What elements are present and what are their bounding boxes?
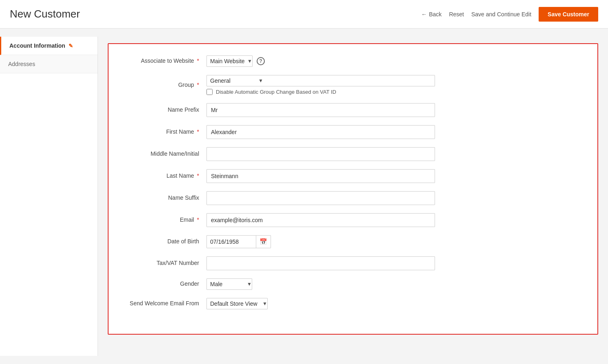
name-prefix-label: Name Prefix [125,106,206,114]
first-name-field [206,125,435,139]
required-star: * [195,82,199,88]
save-customer-button[interactable]: Save Customer [539,7,598,22]
send-welcome-email-select-wrapper: Default Store View Main Website Store ▼ [206,298,268,309]
group-select-wrapper: General Wholesale Retailer NOT LOGGED IN… [206,75,435,86]
dob-label: Date of Birth [125,238,206,246]
send-welcome-email-field: Default Store View Main Website Store ▼ [206,298,435,309]
help-icon[interactable]: ? [257,57,265,65]
associate-website-select[interactable]: Main Website Admin [207,56,253,66]
name-suffix-label: Name Suffix [125,194,206,202]
last-name-field [206,169,435,183]
disable-vat-label: Disable Automatic Group Change Based on … [216,89,336,95]
gender-field: Male Female Not Specified ▼ [206,278,435,290]
reset-button[interactable]: Reset [449,11,464,18]
group-select[interactable]: General Wholesale Retailer NOT LOGGED IN [207,75,267,86]
back-arrow-icon: ← [421,11,427,18]
name-suffix-row: Name Suffix [125,191,581,205]
group-field: General Wholesale Retailer NOT LOGGED IN… [206,75,435,95]
name-suffix-field [206,191,435,205]
send-welcome-email-row: Send Welcome Email From Default Store Vi… [125,298,581,309]
required-star: * [195,57,199,64]
main-content: Associate to Website * Main Website Admi… [98,37,608,356]
save-continue-button[interactable]: Save and Continue Edit [471,11,531,18]
sidebar-item-addresses[interactable]: Addresses [0,55,98,73]
tax-vat-field [206,256,435,270]
associate-website-label: Associate to Website * [125,57,206,65]
group-label: Group * [125,81,206,89]
page-content: Account Information ✎ Addresses Associat… [0,29,608,364]
gender-select[interactable]: Male Female Not Specified [207,279,252,289]
first-name-label: First Name * [125,128,206,136]
sidebar-item-label: Addresses [8,61,35,67]
sidebar-item-account-information[interactable]: Account Information ✎ [0,37,98,55]
last-name-row: Last Name * [125,169,581,183]
send-welcome-email-select[interactable]: Default Store View Main Website Store [207,298,268,309]
associate-website-select-wrapper: Main Website Admin ▼ [206,55,253,67]
last-name-input[interactable] [206,169,435,183]
required-star: * [195,172,199,179]
dob-field: 📅 [206,235,435,248]
required-star: * [195,128,199,135]
middle-name-label: Middle Name/Initial [125,150,206,158]
page-title: New Customer [10,8,80,20]
group-row: Group * General Wholesale Retailer NOT L… [125,75,581,95]
send-welcome-email-label: Send Welcome Email From [125,300,206,308]
name-suffix-input[interactable] [206,191,435,205]
tax-vat-label: Tax/VAT Number [125,259,206,267]
disable-vat-checkbox[interactable] [206,89,213,95]
email-input[interactable] [206,213,435,227]
tax-vat-row: Tax/VAT Number [125,256,581,270]
calendar-button[interactable]: 📅 [256,236,271,248]
middle-name-input[interactable] [206,147,435,161]
last-name-label: Last Name * [125,172,206,180]
email-field [206,213,435,227]
required-star: * [195,216,199,223]
header-actions: ← Back Reset Save and Continue Edit Save… [421,7,598,22]
email-label: Email * [125,216,206,224]
first-name-row: First Name * [125,125,581,139]
sidebar-item-label: Account Information [9,42,65,49]
associate-website-field: Main Website Admin ▼ ? [206,55,435,67]
gender-label: Gender [125,280,206,288]
gender-row: Gender Male Female Not Specified ▼ [125,278,581,290]
page-header: New Customer ← Back Reset Save and Conti… [0,0,608,29]
disable-vat-checkbox-row: Disable Automatic Group Change Based on … [206,89,435,95]
middle-name-field [206,147,435,161]
associate-website-row: Associate to Website * Main Website Admi… [125,55,581,67]
name-prefix-input[interactable] [206,103,435,117]
edit-icon: ✎ [69,43,73,49]
dob-input[interactable] [207,236,256,247]
email-row: Email * [125,213,581,227]
sidebar: Account Information ✎ Addresses [0,37,98,356]
name-prefix-row: Name Prefix [125,103,581,117]
form-panel: Associate to Website * Main Website Admi… [108,43,598,335]
dob-row: Date of Birth 📅 [125,235,581,248]
back-button[interactable]: ← Back [421,11,442,18]
middle-name-row: Middle Name/Initial [125,147,581,161]
name-prefix-field [206,103,435,117]
tax-vat-input[interactable] [206,256,435,270]
dob-wrapper: 📅 [206,235,271,248]
gender-select-wrapper: Male Female Not Specified ▼ [206,278,252,290]
first-name-input[interactable] [206,125,435,139]
